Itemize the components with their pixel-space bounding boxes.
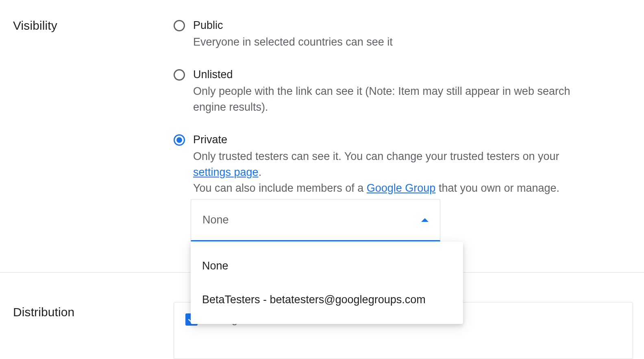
visibility-option-private[interactable]: Private Only trusted testers can see it.…: [174, 133, 580, 196]
visibility-options: Public Everyone in selected countries ca…: [174, 19, 580, 214]
option-desc: Only trusted testers can see it. You can…: [193, 149, 580, 196]
option-title: Private: [193, 133, 580, 147]
distribution-section-label: Distribution: [13, 305, 74, 319]
google-group-link[interactable]: Google Group: [367, 182, 436, 194]
option-body: Unlisted Only people with the link can s…: [193, 68, 580, 115]
radio-private[interactable]: [174, 134, 185, 146]
visibility-option-unlisted[interactable]: Unlisted Only people with the link can s…: [174, 68, 580, 115]
option-desc: Everyone in selected countries can see i…: [193, 34, 580, 50]
desc-text: Only trusted testers can see it. You can…: [193, 150, 559, 162]
desc-text: You can also include members of a: [193, 182, 367, 194]
option-body: Public Everyone in selected countries ca…: [193, 19, 580, 50]
settings-page-link[interactable]: settings page: [193, 166, 259, 178]
desc-text: .: [259, 166, 262, 178]
dropdown-item-none[interactable]: None: [191, 253, 463, 279]
desc-text: that you own or manage.: [435, 182, 559, 194]
dropdown-item-betatesters[interactable]: BetaTesters - betatesters@googlegroups.c…: [191, 287, 463, 313]
radio-public[interactable]: [174, 20, 185, 31]
visibility-section-label: Visibility: [13, 19, 57, 33]
caret-up-icon: [421, 218, 429, 222]
visibility-option-public[interactable]: Public Everyone in selected countries ca…: [174, 19, 580, 50]
group-select[interactable]: None: [191, 199, 440, 241]
option-body: Private Only trusted testers can see it.…: [193, 133, 580, 196]
option-title: Public: [193, 19, 580, 33]
radio-unlisted[interactable]: [174, 69, 185, 81]
group-select-value: None: [202, 214, 421, 226]
option-title: Unlisted: [193, 68, 580, 82]
option-desc: Only people with the link can see it (No…: [193, 83, 580, 115]
group-select-dropdown: None BetaTesters - betatesters@googlegro…: [191, 242, 463, 324]
